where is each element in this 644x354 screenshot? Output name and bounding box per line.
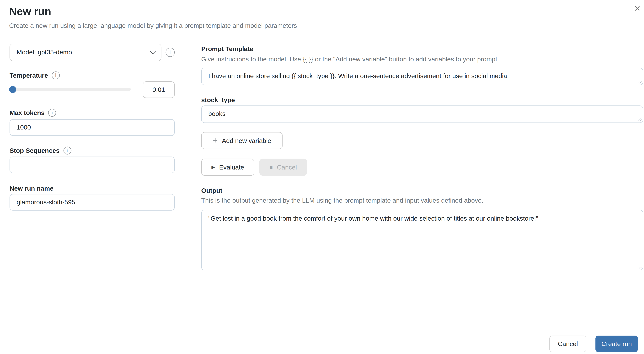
max-tokens-info-icon[interactable]: i [48,109,56,117]
model-info-icon[interactable]: i [166,48,175,57]
temperature-slider-handle[interactable] [9,86,16,93]
create-run-button[interactable]: Create run [596,335,638,352]
prompt-template-label: Prompt Template [201,45,253,53]
max-tokens-input[interactable]: 1000 [10,119,175,136]
cancel-evaluate-button[interactable]: ■ Cancel [260,159,307,176]
temperature-info-icon[interactable]: i [52,71,60,79]
cancel-evaluate-label: Cancel [277,163,297,171]
plus-icon: + [212,136,218,145]
temperature-label-row: Temperature i [10,71,60,79]
max-tokens-label: Max tokens [10,109,44,117]
evaluate-label: Evaluate [219,163,244,171]
page-title: New run [9,4,51,18]
cancel-button[interactable]: Cancel [550,335,586,352]
chevron-down-icon [150,49,156,55]
run-name-label-row: New run name [10,184,54,192]
run-name-input[interactable]: glamorous-sloth-595 [10,194,175,211]
temperature-value-input[interactable]: 0.01 [143,81,175,98]
page-subtitle: Create a new run using a large-language … [9,22,297,30]
prompt-template-description: Give instructions to the model. Use {{ }… [201,55,499,63]
screen: New run Create a new run using a large-l… [0,0,644,354]
variable-value-textarea[interactable]: books [201,106,643,123]
add-variable-button[interactable]: + Add new variable [201,132,282,149]
output-label: Output [201,187,222,194]
output-textarea[interactable]: "Get lost in a good book from the comfor… [201,210,643,270]
stop-sequences-label: Stop Sequences [10,147,60,155]
temperature-slider-track[interactable] [10,88,131,91]
stop-sequences-input[interactable] [10,157,175,173]
stop-sequences-label-row: Stop Sequences i [10,147,71,155]
close-icon[interactable]: ✕ [632,3,643,14]
variable-name-label: stock_type [201,96,235,104]
model-select-value: Model: gpt35-demo [16,49,151,56]
new-run-dialog: New run Create a new run using a large-l… [0,0,644,354]
temperature-label: Temperature [10,71,48,79]
add-variable-label: Add new variable [222,137,271,144]
prompt-template-textarea[interactable]: I have an online store selling {{ stock_… [201,68,643,85]
play-icon: ▶ [212,165,215,169]
stop-icon: ■ [270,165,273,170]
output-description: This is the output generated by the LLM … [201,196,483,204]
evaluate-button[interactable]: ▶ Evaluate [201,159,254,176]
max-tokens-label-row: Max tokens i [10,109,56,117]
model-select[interactable]: Model: gpt35-demo [10,44,162,61]
run-name-label: New run name [10,184,54,192]
stop-sequences-info-icon[interactable]: i [63,147,71,155]
